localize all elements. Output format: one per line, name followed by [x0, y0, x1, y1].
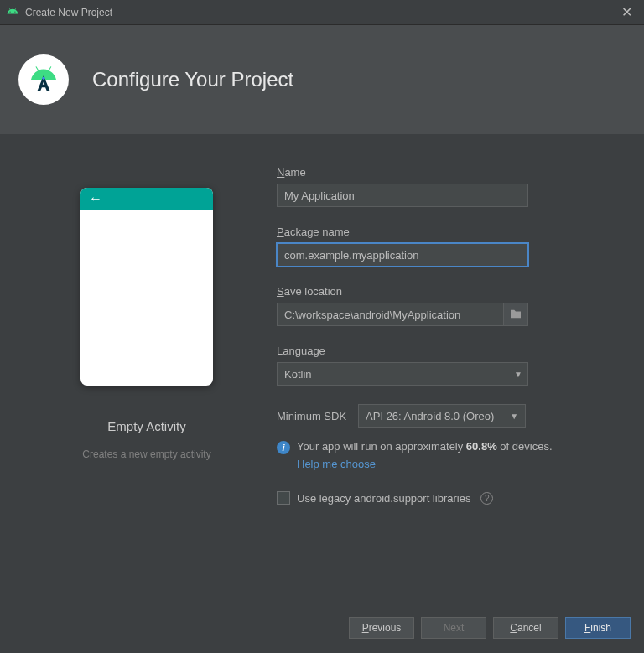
next-button: Next [421, 617, 486, 639]
svg-point-0 [42, 77, 44, 80]
min-sdk-label: Minimum SDK [277, 410, 346, 422]
language-label: Language [277, 345, 587, 357]
min-sdk-select[interactable]: API 26: Android 8.0 (Oreo) ▼ [358, 404, 526, 428]
finish-button[interactable]: Finish [565, 617, 631, 639]
help-me-choose-link[interactable]: Help me choose [297, 458, 376, 470]
chevron-down-icon: ▼ [510, 412, 518, 421]
package-label: Package name [277, 225, 587, 238]
package-input[interactable] [277, 243, 528, 267]
language-select[interactable]: Kotlin ▼ [277, 362, 528, 386]
name-label: Name [277, 166, 587, 179]
chevron-down-icon: ▼ [514, 370, 522, 379]
legacy-libs-checkbox[interactable] [277, 491, 290, 505]
help-icon[interactable]: ? [480, 492, 493, 505]
folder-icon [510, 307, 522, 322]
language-value: Kotlin [284, 368, 312, 381]
header: Configure Your Project [0, 25, 644, 134]
previous-button[interactable]: Previous [349, 617, 414, 639]
page-title: Configure Your Project [92, 68, 293, 91]
preview-appbar: ← [80, 188, 213, 210]
legacy-libs-label: Use legacy android.support libraries [297, 492, 470, 505]
browse-folder-button[interactable] [503, 303, 528, 326]
titlebar: Create New Project ✕ [0, 0, 644, 25]
save-location-input[interactable] [277, 303, 503, 326]
footer: Previous Next Cancel Finish [0, 604, 644, 650]
cancel-button[interactable]: Cancel [493, 617, 558, 639]
android-icon [7, 5, 18, 20]
close-icon[interactable]: ✕ [616, 3, 637, 22]
save-location-label: Save location [277, 285, 587, 298]
name-input[interactable] [277, 184, 528, 207]
window-title: Create New Project [25, 7, 616, 18]
info-icon: i [277, 441, 290, 454]
activity-preview: ← [80, 188, 213, 386]
preview-title: Empty Activity [107, 419, 185, 433]
min-sdk-value: API 26: Android 8.0 (Oreo) [366, 410, 494, 422]
back-arrow-icon: ← [89, 191, 102, 206]
android-studio-logo [18, 54, 69, 105]
preview-subtitle: Creates a new empty activity [82, 448, 210, 460]
device-coverage-text: Your app will run on approximately 60.8%… [297, 439, 553, 454]
